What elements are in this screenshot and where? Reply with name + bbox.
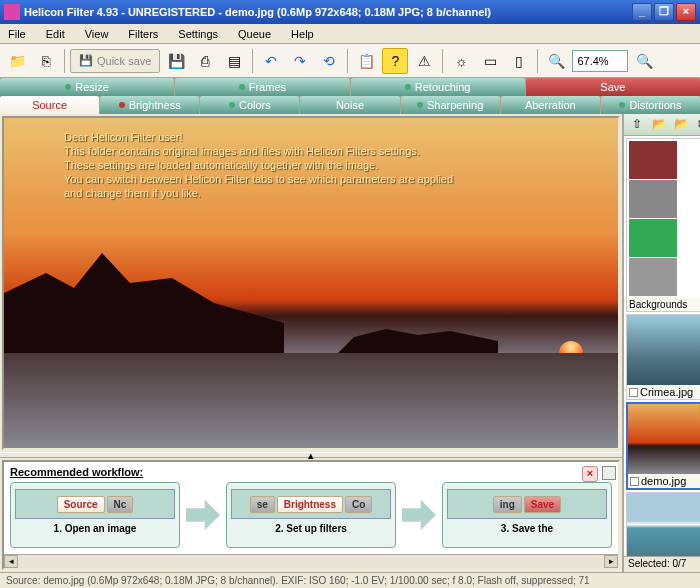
tab-aberration[interactable]: Aberration xyxy=(501,96,600,114)
thumb-eibsee[interactable]: i Eibsee.jpg xyxy=(626,492,700,556)
mini-tab: se xyxy=(250,496,275,513)
mini-tab: ing xyxy=(493,496,522,513)
dot-icon xyxy=(239,84,245,90)
tab-colors[interactable]: Colors xyxy=(200,96,299,114)
sun-icon xyxy=(559,341,583,353)
horizontal-splitter[interactable]: ▴ xyxy=(0,452,622,458)
save-icon[interactable]: 💾 xyxy=(163,48,189,74)
menu-queue[interactable]: Queue xyxy=(234,27,275,41)
tab-save[interactable]: Save xyxy=(526,78,700,96)
undo-icon[interactable]: ↶ xyxy=(258,48,284,74)
workflow-step-2[interactable]: seBrightnessCo 2. Set up filters xyxy=(226,482,396,548)
bg-swatch xyxy=(629,258,677,296)
tab-source[interactable]: Source xyxy=(0,96,99,114)
mini-tab: Brightness xyxy=(277,496,343,513)
tab-frames[interactable]: Frames xyxy=(175,78,349,96)
menu-help[interactable]: Help xyxy=(287,27,318,41)
folder-up-icon[interactable]: ⇧ xyxy=(628,117,646,133)
tab-label: Retouching xyxy=(415,81,471,93)
stack-icon[interactable]: ▤ xyxy=(221,48,247,74)
bg-swatch xyxy=(629,141,677,179)
wizard-icon[interactable]: ☼ xyxy=(448,48,474,74)
bottom-tabs: Source Brightness Colors Noise Sharpenin… xyxy=(0,96,700,114)
dot-icon xyxy=(417,102,423,108)
tab-noise[interactable]: Noise xyxy=(300,96,399,114)
thumb-backgrounds[interactable]: i Backgrounds xyxy=(626,138,700,312)
tab-label: Resize xyxy=(75,81,109,93)
tab-label: Frames xyxy=(249,81,286,93)
app-icon xyxy=(4,4,20,20)
quicksave-label: Quick save xyxy=(97,55,151,67)
checkbox[interactable] xyxy=(629,388,638,397)
top-tabs: Resize Frames Retouching Save xyxy=(0,78,700,96)
statusbar: Source: demo.jpg (0.6Mp 972x648; 0.18M J… xyxy=(0,572,700,588)
thumb-demo[interactable]: i demo.jpg xyxy=(626,402,700,490)
step-caption: 1. Open an image xyxy=(15,523,175,534)
thumb-crimea[interactable]: i Crimea.jpg xyxy=(626,314,700,400)
open-icon[interactable]: 📁 xyxy=(4,48,30,74)
thumb-image xyxy=(627,493,700,556)
menu-file[interactable]: File xyxy=(4,27,30,41)
overlay-line: These settings are loaded automatically … xyxy=(64,158,453,172)
scroll-right-icon[interactable]: ▸ xyxy=(604,555,618,568)
workflow-step-3[interactable]: ingSave 3. Save the xyxy=(442,482,612,548)
workflow-dock-button[interactable] xyxy=(602,466,616,480)
close-button[interactable]: × xyxy=(676,3,696,21)
send-icon[interactable]: ✉ xyxy=(694,117,700,133)
water-area xyxy=(4,353,618,448)
disk-icon: 💾 xyxy=(79,54,93,67)
tab-label: Aberration xyxy=(525,99,576,111)
zoomout-icon[interactable]: 🔍 xyxy=(543,48,569,74)
bg-swatch xyxy=(629,180,677,218)
tab-label: Source xyxy=(32,99,67,111)
minimize-button[interactable]: _ xyxy=(632,3,652,21)
workflow-title: Recommended workflow: xyxy=(10,466,612,478)
menu-view[interactable]: View xyxy=(81,27,113,41)
redo-icon[interactable]: ↷ xyxy=(287,48,313,74)
folder-open-icon[interactable]: 📂 xyxy=(650,117,668,133)
workflow-step-1[interactable]: SourceNc 1. Open an image xyxy=(10,482,180,548)
scroll-track[interactable] xyxy=(18,555,604,568)
separator xyxy=(64,49,65,73)
print-icon[interactable]: ⎙ xyxy=(192,48,218,74)
workflow-panel: Recommended workflow: × SourceNc 1. Open… xyxy=(2,460,620,570)
dot-icon xyxy=(65,84,71,90)
clone-icon[interactable]: ⎘ xyxy=(33,48,59,74)
help-icon[interactable]: ? xyxy=(382,48,408,74)
mini-tab: Co xyxy=(345,496,372,513)
thumb-image xyxy=(628,404,700,474)
warning-icon[interactable]: ⚠ xyxy=(411,48,437,74)
dot-icon xyxy=(229,102,235,108)
workflow-close-button[interactable]: × xyxy=(582,466,598,482)
tab-sharpening[interactable]: Sharpening xyxy=(401,96,500,114)
menu-settings[interactable]: Settings xyxy=(174,27,222,41)
separator xyxy=(537,49,538,73)
image-preview[interactable]: Dear Helicon Filter user! This folder co… xyxy=(2,116,620,450)
clipboard-icon[interactable]: 📋 xyxy=(353,48,379,74)
toolbar: 📁 ⎘ 💾 Quick save 💾 ⎙ ▤ ↶ ↷ ⟲ 📋 ? ⚠ ☼ ▭ ▯… xyxy=(0,44,700,78)
workflow-scrollbar[interactable]: ◂ ▸ xyxy=(4,554,618,568)
browser-toolbar: ⇧ 📂 📂 ✉ xyxy=(624,114,700,136)
maximize-button[interactable]: ❐ xyxy=(654,3,674,21)
reset-icon[interactable]: ⟲ xyxy=(316,48,342,74)
thumbnail-list[interactable]: i Backgrounds i Crimea.jpg i demo.jpg xyxy=(624,136,700,556)
tab-distortions[interactable]: Distortions xyxy=(601,96,700,114)
menu-filters[interactable]: Filters xyxy=(124,27,162,41)
view2-icon[interactable]: ▯ xyxy=(506,48,532,74)
tab-label: Save xyxy=(600,81,625,93)
mountain-silhouette xyxy=(4,253,284,353)
tab-retouching[interactable]: Retouching xyxy=(351,78,525,96)
tab-brightness[interactable]: Brightness xyxy=(100,96,199,114)
mini-tab: Source xyxy=(57,496,105,513)
tab-resize[interactable]: Resize xyxy=(0,78,174,96)
zoom-display[interactable]: 67.4% xyxy=(572,50,628,72)
view1-icon[interactable]: ▭ xyxy=(477,48,503,74)
tab-label: Colors xyxy=(239,99,271,111)
zoomin-icon[interactable]: 🔍 xyxy=(631,48,657,74)
separator xyxy=(442,49,443,73)
checkbox[interactable] xyxy=(630,477,639,486)
scroll-left-icon[interactable]: ◂ xyxy=(4,555,18,568)
bg-swatch xyxy=(629,219,677,257)
menu-edit[interactable]: Edit xyxy=(42,27,69,41)
folder-open2-icon[interactable]: 📂 xyxy=(672,117,690,133)
